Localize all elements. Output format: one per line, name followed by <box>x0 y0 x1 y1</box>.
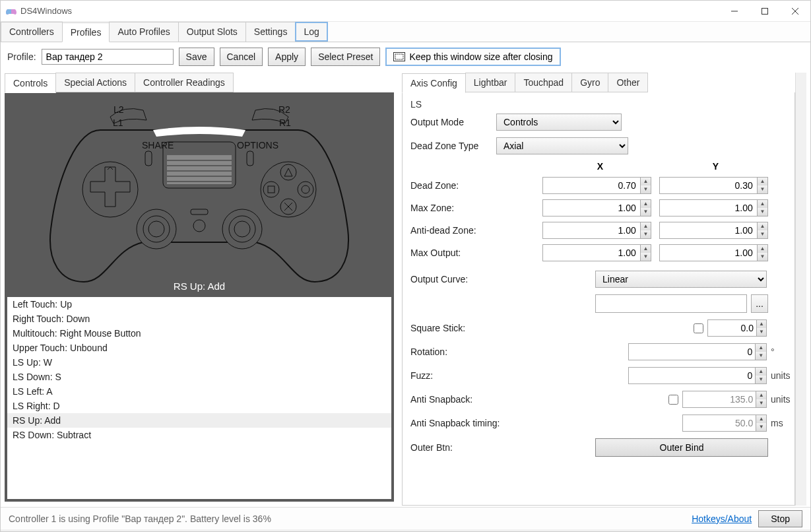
square-stick-check[interactable] <box>694 323 703 333</box>
tab-other[interactable]: Other <box>608 73 648 92</box>
mapping-row[interactable]: Left Touch: Up <box>7 297 391 312</box>
save-button[interactable]: Save <box>179 48 214 66</box>
svg-rect-0 <box>762 8 768 14</box>
profile-label: Profile: <box>7 51 36 62</box>
mapping-row[interactable]: Upper Touch: Unbound <box>7 341 391 355</box>
tab-log[interactable]: Log <box>295 22 327 42</box>
rotation-value[interactable]: ▲▼ <box>628 343 767 360</box>
svg-point-21 <box>298 182 313 197</box>
svg-text:L2: L2 <box>114 104 124 115</box>
select-preset-button[interactable]: Select Preset <box>311 48 380 66</box>
close-button[interactable] <box>780 1 810 22</box>
svg-rect-17 <box>247 151 253 166</box>
output-curve-select[interactable]: Linear <box>595 271 767 288</box>
tab-lightbar[interactable]: Lightbar <box>465 73 516 92</box>
svg-text:L1: L1 <box>113 117 123 128</box>
mapping-row[interactable]: Right Touch: Down <box>7 312 391 326</box>
square-stick-label: Square Stick: <box>410 323 595 333</box>
anti-dead-label: Anti-dead Zone: <box>410 225 542 236</box>
tab-controller-readings[interactable]: Controller Readings <box>135 73 234 92</box>
svg-rect-33 <box>191 209 208 215</box>
output-mode-label: Output Mode <box>410 117 496 127</box>
title-bar: DS4Windows <box>1 1 810 22</box>
max-zone-label: Max Zone: <box>410 203 542 213</box>
keep-window-label: Keep this window size after closing <box>409 51 552 62</box>
column-x: X <box>542 161 658 172</box>
square-stick-value[interactable]: ▲▼ <box>707 319 767 337</box>
tab-settings[interactable]: Settings <box>245 22 296 42</box>
minimize-button[interactable] <box>719 1 750 22</box>
right-scrollbar[interactable] <box>795 73 806 506</box>
dead-zone-x[interactable]: ▲▼ <box>542 177 651 194</box>
maximize-button[interactable] <box>750 1 780 22</box>
mappings-list[interactable]: Left Touch: UpRight Touch: DownMultitouc… <box>7 297 391 499</box>
output-curve-browse[interactable]: ... <box>751 294 768 313</box>
mapping-row[interactable]: RS Up: Add <box>7 413 391 428</box>
svg-point-32 <box>193 220 205 232</box>
dead-zone-y[interactable]: ▲▼ <box>659 177 768 194</box>
mapping-hint: RS Up: Add <box>174 281 225 292</box>
svg-point-20 <box>280 164 296 180</box>
anti-snapback-value[interactable]: ▲▼ <box>682 391 767 408</box>
svg-text:SHARE: SHARE <box>142 140 174 150</box>
mapping-row[interactable]: LS Up: W <box>7 355 391 370</box>
anti-dead-x[interactable]: ▲▼ <box>542 222 651 239</box>
group-ls: LS <box>410 99 795 110</box>
mapping-row[interactable]: LS Right: D <box>7 399 391 413</box>
tab-axis-config[interactable]: Axis Config <box>402 73 466 93</box>
mapping-row[interactable]: LS Left: A <box>7 384 391 399</box>
svg-point-28 <box>148 221 164 237</box>
tab-auto-profiles[interactable]: Auto Profiles <box>109 22 178 42</box>
max-output-y[interactable]: ▲▼ <box>659 244 768 261</box>
dead-zone-type-select[interactable]: Axial <box>496 137 628 154</box>
fuzz-value[interactable]: ▲▼ <box>628 367 767 384</box>
app-icon <box>6 6 16 17</box>
svg-rect-16 <box>145 151 152 166</box>
svg-text:OPTIONS: OPTIONS <box>237 140 278 150</box>
anti-snapback-timing-value[interactable]: ▲▼ <box>682 415 767 432</box>
fuzz-label: Fuzz: <box>410 370 595 381</box>
window-size-icon <box>393 52 405 61</box>
controller-diagram[interactable]: L2 L1 R2 R1 SHARE OPTIONS <box>7 95 391 297</box>
tab-gyro[interactable]: Gyro <box>571 73 608 92</box>
left-sub-tabs: Controls Special Actions Controller Read… <box>5 73 394 92</box>
stop-button[interactable]: Stop <box>758 510 802 527</box>
cancel-button[interactable]: Cancel <box>220 48 263 66</box>
svg-point-24 <box>263 182 279 197</box>
keep-window-size-toggle[interactable]: Keep this window size after closing <box>385 48 560 66</box>
outer-bind-button[interactable]: Outer Bind <box>595 438 768 457</box>
mapping-row[interactable]: Multitouch: Right Mouse Button <box>7 326 391 341</box>
anti-snapback-unit: units <box>771 394 792 405</box>
main-tab-bar: Controllers Profiles Auto Profiles Outpu… <box>1 22 810 42</box>
svg-text:R2: R2 <box>278 104 290 115</box>
output-curve-custom[interactable] <box>595 294 747 313</box>
mapping-row[interactable]: RS Down: Subtract <box>7 428 391 442</box>
tab-touchpad[interactable]: Touchpad <box>515 73 572 92</box>
tab-controls[interactable]: Controls <box>5 73 56 93</box>
svg-rect-2 <box>395 54 403 59</box>
profile-name-input[interactable] <box>42 49 174 65</box>
anti-snapback-check[interactable] <box>668 395 678 405</box>
max-zone-y[interactable]: ▲▼ <box>659 199 768 216</box>
anti-dead-y[interactable]: ▲▼ <box>659 222 768 239</box>
max-zone-x[interactable]: ▲▼ <box>542 199 651 216</box>
apply-button[interactable]: Apply <box>268 48 306 66</box>
output-curve-label: Output Curve: <box>410 274 595 284</box>
tab-output-slots[interactable]: Output Slots <box>178 22 246 42</box>
right-sub-tabs: Axis Config Lightbar Touchpad Gyro Other <box>402 73 795 92</box>
outer-btn-label: Outer Btn: <box>410 442 595 453</box>
mapping-row[interactable]: LS Down: S <box>7 370 391 384</box>
max-output-x[interactable]: ▲▼ <box>542 244 651 261</box>
tab-profiles[interactable]: Profiles <box>62 22 110 42</box>
svg-text:R1: R1 <box>279 117 291 128</box>
max-output-label: Max Output: <box>410 248 542 258</box>
status-text: Controller 1 is using Profile "Вар танде… <box>9 514 692 524</box>
hotkeys-link[interactable]: Hotkeys/About <box>692 514 752 524</box>
profile-toolbar: Profile: Save Cancel Apply Select Preset… <box>1 42 810 71</box>
status-bar: Controller 1 is using Profile "Вар танде… <box>1 507 810 529</box>
tab-controllers[interactable]: Controllers <box>1 22 63 42</box>
tab-special-actions[interactable]: Special Actions <box>55 73 135 92</box>
window-title: DS4Windows <box>20 6 719 16</box>
output-mode-select[interactable]: Controls <box>496 114 622 131</box>
anti-snapback-timing-unit: ms <box>771 418 792 428</box>
